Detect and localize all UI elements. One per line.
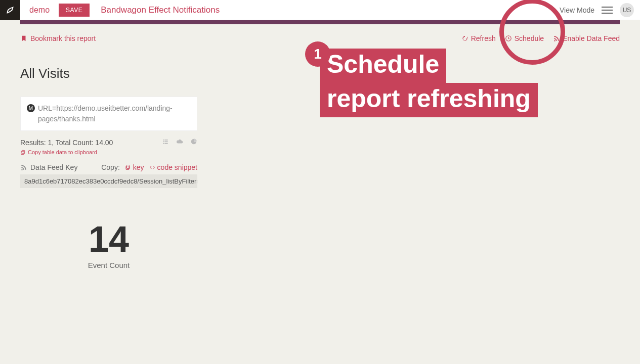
copy-table-link[interactable]: Copy table data to clipboard <box>20 149 197 155</box>
svg-rect-2 <box>21 151 24 154</box>
svg-rect-3 <box>126 165 130 169</box>
svg-rect-4 <box>126 166 129 170</box>
feed-key-label: Data Feed Key <box>20 163 77 171</box>
app-logo[interactable] <box>0 0 20 20</box>
pie-chart-icon[interactable] <box>190 138 197 147</box>
enable-feed-link[interactable]: Enable Data Feed <box>553 34 620 42</box>
schedule-link[interactable]: Schedule <box>505 34 544 42</box>
bookmark-label: Bookmark this report <box>30 34 96 42</box>
bookmark-link[interactable]: Bookmark this report <box>20 34 96 42</box>
code-icon <box>149 164 155 170</box>
page-heading: All Visits <box>20 66 620 81</box>
copy-snippet-link[interactable]: code snippet <box>149 163 197 171</box>
rss-icon <box>553 35 560 42</box>
view-mode-label[interactable]: View Mode <box>560 6 594 14</box>
logo-icon <box>5 5 16 16</box>
copy-icon <box>125 164 131 170</box>
url-filter-text: URL=https://demo.useitbetter.com/landing… <box>38 103 191 124</box>
refresh-icon <box>461 35 468 42</box>
url-filter-box[interactable]: M URL=https://demo.useitbetter.com/landi… <box>20 97 197 131</box>
top-bar: demo SAVE Bandwagon Effect Notifications… <box>0 0 640 20</box>
copy-icon <box>20 150 26 155</box>
report-panel: M URL=https://demo.useitbetter.com/landi… <box>20 97 197 269</box>
menu-icon[interactable] <box>602 5 613 16</box>
project-link[interactable]: demo <box>20 6 59 15</box>
clock-icon <box>505 35 512 42</box>
match-badge: M <box>27 104 35 112</box>
bookmark-icon <box>20 35 27 42</box>
refresh-link[interactable]: Refresh <box>461 34 496 42</box>
svg-rect-1 <box>22 150 25 153</box>
metric-value: 14 <box>20 218 197 260</box>
results-summary: Results: 1, Total Count: 14.00 <box>20 139 113 147</box>
content-area: Bookmark this report Refresh Schedule En… <box>0 24 640 364</box>
cloud-icon[interactable] <box>176 138 183 147</box>
copy-label: Copy: <box>101 163 120 171</box>
metric-label: Event Count <box>20 261 197 269</box>
copy-key-link[interactable]: key <box>125 163 144 171</box>
actions-row: Bookmark this report Refresh Schedule En… <box>20 24 620 53</box>
accent-bar <box>20 20 620 24</box>
list-view-icon[interactable] <box>162 138 169 147</box>
callout-line-2: report refreshing <box>320 83 538 117</box>
feed-key-value[interactable]: 8a9d1c6eb717082ec383e0ccdcf9edc8/Session… <box>20 174 197 188</box>
user-avatar[interactable]: US <box>620 3 634 17</box>
save-button[interactable]: SAVE <box>59 4 90 17</box>
report-title: Bandwagon Effect Notifications <box>101 5 220 15</box>
rss-icon <box>20 164 27 171</box>
